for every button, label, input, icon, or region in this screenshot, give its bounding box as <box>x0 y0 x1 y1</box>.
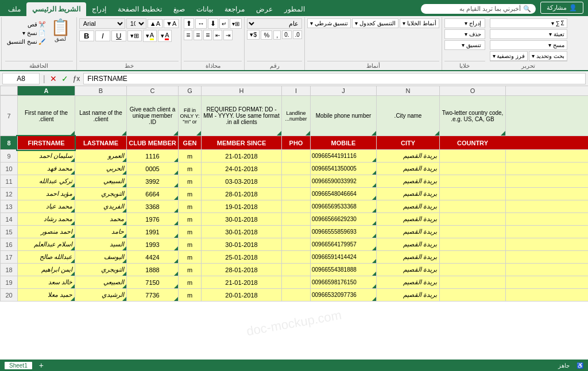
cell-O20[interactable] <box>439 289 505 302</box>
underline-button[interactable]: U <box>111 30 126 41</box>
cell-A9[interactable]: سليمان احمد <box>17 150 75 163</box>
cell-styles-button[interactable]: أنماط الخلايا ▾ <box>400 18 439 28</box>
cell-H14[interactable]: 30-01-2018 <box>201 213 281 226</box>
format-button[interactable]: تنسيق ▾ <box>444 40 485 50</box>
cell-reference-input[interactable] <box>2 73 40 84</box>
cell-G17[interactable]: m <box>178 251 201 264</box>
paste-button[interactable]: 📋 لصق <box>48 18 73 43</box>
cut-button[interactable]: ✂️قص <box>5 21 47 28</box>
cell-J14[interactable]: 00966566629230 <box>310 213 376 226</box>
font-increase-button[interactable]: A▲ <box>148 19 163 28</box>
cell-C17[interactable]: 4424 <box>126 251 178 264</box>
cell-O18[interactable] <box>439 264 505 276</box>
cell-H13[interactable]: 19-01-2018 <box>201 200 281 213</box>
cancel-formula-icon[interactable]: ✕ <box>49 74 58 83</box>
col-header-A[interactable]: A <box>17 86 75 95</box>
cell-I15[interactable] <box>281 226 310 238</box>
search-bar[interactable]: 🔍 أخبرني بما تريد القيام به <box>421 4 536 14</box>
cell-I9[interactable] <box>281 150 310 163</box>
align-right-button[interactable]: ≡ <box>184 30 192 40</box>
cell-G10[interactable]: m <box>178 163 201 175</box>
sheet-tab[interactable]: Sheet1 <box>5 362 32 369</box>
comma-button[interactable]: , <box>273 30 281 40</box>
cell-H10[interactable]: 24-01-2018 <box>201 163 281 175</box>
cell-B11[interactable]: السبيعي <box>75 175 126 188</box>
cell-A16[interactable]: اسلام عبدالعلم <box>17 238 75 251</box>
cell-A20[interactable]: حميد معلا <box>17 289 75 302</box>
cell-B19[interactable]: الصبيعي <box>75 276 126 289</box>
increase-indent-button[interactable]: ⇥ <box>223 30 233 40</box>
formula-input[interactable] <box>83 73 586 84</box>
cell-B14[interactable]: محمد <box>75 213 126 226</box>
cell-C10[interactable]: 0005 <box>126 163 178 175</box>
cell-A18[interactable]: ايمن ابراهيم <box>17 264 75 276</box>
cell-H15[interactable]: 30-01-2018 <box>201 226 281 238</box>
row-num-16[interactable]: 16 <box>0 238 17 251</box>
format-painter-button[interactable]: 🖌️نسخ التنسيق <box>5 38 47 45</box>
autosum-button[interactable]: Σ∑ ▾ <box>490 18 567 28</box>
cell-G8[interactable]: GEN <box>178 136 201 150</box>
insert-function-icon[interactable]: ƒx <box>72 75 82 83</box>
row-num-12[interactable]: 12 <box>0 188 17 200</box>
sort-filter-button[interactable]: فرز وتصفية ▾ <box>490 51 528 61</box>
cell-A10[interactable]: محمد فهد <box>17 163 75 175</box>
fill-color-button[interactable]: A▾ <box>143 30 157 42</box>
cell-C9[interactable]: 1116 <box>126 150 178 163</box>
cell-G20[interactable]: m <box>178 289 201 302</box>
row-num-20[interactable]: 20 <box>0 289 17 302</box>
number-format-select[interactable]: عام <box>247 18 302 29</box>
cell-O15[interactable] <box>439 226 505 238</box>
row-num-8[interactable]: 8 <box>0 136 17 150</box>
cell-A14[interactable]: محمد رشاد <box>17 213 75 226</box>
cell-H20[interactable]: 20-01-2018 <box>201 289 281 302</box>
add-sheet-button[interactable]: + <box>39 361 44 370</box>
col-header-H[interactable]: H <box>201 86 281 95</box>
cell-B7[interactable]: Last name of the client. <box>75 96 126 136</box>
cell-J9[interactable]: 00966544191116 <box>310 150 376 163</box>
cell-I10[interactable] <box>281 163 310 175</box>
cell-B13[interactable]: الفريدي <box>75 200 126 213</box>
font-color-button[interactable]: A▾ <box>158 30 172 42</box>
cell-C8[interactable]: CLUB MEMBER <box>126 136 178 150</box>
font-decrease-button[interactable]: A▼ <box>164 19 179 28</box>
cell-B20[interactable]: الرشيدي <box>75 289 126 302</box>
cell-J7[interactable]: Mobile phone number <box>310 96 376 136</box>
cell-N20[interactable]: بريدة القصيم <box>376 289 439 302</box>
cell-G7[interactable]: Fill in ONLY Y: "m" or <box>178 96 201 136</box>
cell-A13[interactable]: محمد عياد <box>17 200 75 213</box>
cell-O9[interactable] <box>439 150 505 163</box>
merge-button[interactable]: ⊞▾ <box>230 18 242 29</box>
cell-G15[interactable]: m <box>178 226 201 238</box>
cell-I8[interactable]: PHO <box>281 136 310 150</box>
accessibility-icon[interactable]: ♿ <box>577 362 583 369</box>
bold-button[interactable]: B <box>79 30 94 41</box>
cell-J8[interactable]: MOBILE <box>310 136 376 150</box>
row-num-13[interactable]: 13 <box>0 200 17 213</box>
cell-N16[interactable]: بريدة القصيم <box>376 238 439 251</box>
cell-J20[interactable]: 00966532097736 <box>310 289 376 302</box>
cell-G11[interactable]: m <box>178 175 201 188</box>
cell-B10[interactable]: الحربي <box>75 163 126 175</box>
cell-H18[interactable]: 28-01-2018 <box>201 264 281 276</box>
find-select-button[interactable]: بحث وتحديد ▾ <box>529 51 567 61</box>
cell-N10[interactable]: بريدة القصيم <box>376 163 439 175</box>
row-num-11[interactable]: 11 <box>0 175 17 188</box>
cell-J11[interactable]: 00966590033992 <box>310 175 376 188</box>
row-num-18[interactable]: 18 <box>0 264 17 276</box>
cell-G18[interactable]: m <box>178 264 201 276</box>
confirm-formula-icon[interactable]: ✓ <box>60 74 69 83</box>
cell-J12[interactable]: 00966548046664 <box>310 188 376 200</box>
tab-view[interactable]: عرض <box>250 2 278 16</box>
cell-J18[interactable]: 00966554381888 <box>310 264 376 276</box>
cell-B9[interactable]: العمرو <box>75 150 126 163</box>
cell-A8[interactable]: FIRSTNAME <box>17 136 75 150</box>
cell-A15[interactable]: احمد منصور <box>17 226 75 238</box>
cell-C20[interactable]: 7736 <box>126 289 178 302</box>
cell-C12[interactable]: 6664 <box>126 188 178 200</box>
cell-I16[interactable] <box>281 238 310 251</box>
col-header-I[interactable]: I <box>281 86 310 95</box>
row-num-19[interactable]: 19 <box>0 276 17 289</box>
cell-J16[interactable]: 00966564179957 <box>310 238 376 251</box>
cell-N12[interactable]: بريدة القصيم <box>376 188 439 200</box>
cell-C16[interactable]: 1993 <box>126 238 178 251</box>
